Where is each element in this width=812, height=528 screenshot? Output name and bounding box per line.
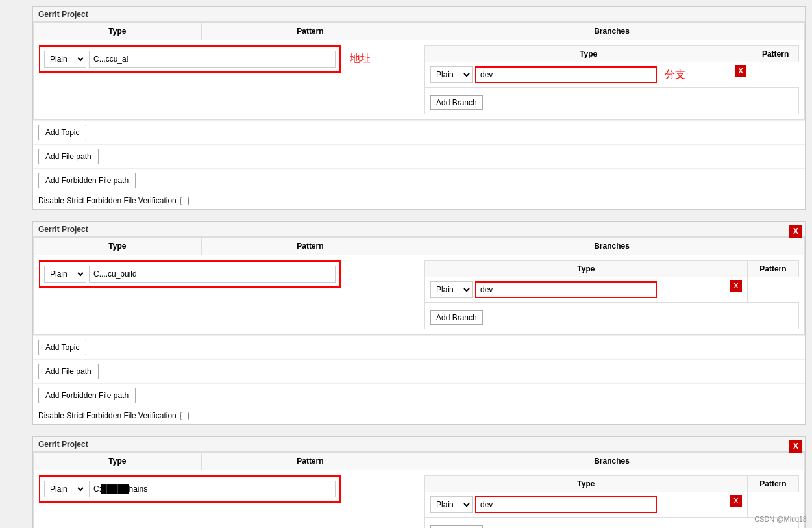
branch-row-3-1: PlainRegexANT X [424,492,798,518]
add-topic-button-2[interactable]: Add Topic [38,340,86,355]
pattern-header-3: Pattern [201,453,419,470]
type-pattern-cell-3: PlainRegexANT [34,470,419,529]
add-filepath-button-1[interactable]: Add File path [38,149,99,164]
branch-row-inner: PlainRegexANT 分支 X [430,66,746,83]
branches-cell-3: Type Pattern PlainRegexANT [419,470,804,529]
project-pattern-input-1[interactable] [89,51,336,68]
branch-inner-table-1: Type Pattern PlainRegexANT [424,45,799,114]
branch-chinese-label: 分支 [665,68,685,82]
remove-branch-button-1-1[interactable]: X [735,65,746,77]
add-filepath-row-1: Add File path [33,144,805,168]
add-branch-button-2[interactable]: Add Branch [430,310,483,325]
branches-cell-2: Type Pattern PlainRegexANT [419,255,804,335]
branch-row-inner: PlainRegexANT X [430,281,742,298]
branch-row-1-1: PlainRegexANT 分支 X [424,62,798,88]
add-branch-button-1[interactable]: Add Branch [430,95,483,110]
branch-type-header-2: Type [424,261,747,277]
type-pattern-cell-1: PlainRegexANT 地址 [34,40,419,120]
gerrit-project-label-3: Gerrit Project [33,437,805,452]
type-pattern-row-2: PlainRegexANT [39,260,341,288]
branches-header-2: Branches [419,238,804,255]
disable-strict-checkbox-2[interactable] [180,412,189,420]
branch-type-header-3: Type [424,476,747,492]
add-branch-row-3: Add Branch [424,518,798,529]
add-forbidden-button-1[interactable]: Add Forbidden File path [38,173,136,188]
add-forbidden-button-2[interactable]: Add Forbidden File path [38,388,136,403]
type-header-3: Type [34,453,202,470]
project-type-select-1[interactable]: PlainRegexANT [44,51,86,68]
branch-pattern-header-1: Pattern [752,46,799,62]
type-header-1: Type [34,23,202,40]
remove-branch-button-3-1[interactable]: X [730,495,742,507]
branch-inner-table-2: Type Pattern PlainRegexANT [424,260,799,329]
disable-strict-row-2: Disable Strict Forbidden File Verificati… [33,407,805,424]
project-type-select-3[interactable]: PlainRegexANT [44,481,86,497]
add-branch-button-3[interactable]: Add Branch [430,525,483,528]
add-branch-cell-1: Add Branch [424,88,798,114]
add-topic-row-2: Add Topic [33,335,805,359]
type-pattern-row-1: PlainRegexANT [39,45,341,73]
branch-pattern-input-2-1[interactable] [475,281,657,298]
remove-branch-button-2-1[interactable]: X [730,280,742,292]
page-wrapper: Gerrit Project Type Pattern Branches Pla… [0,0,812,528]
type-pattern-cell-2: PlainRegexANT [34,255,419,335]
branch-type-header-1: Type [424,46,752,62]
disable-strict-label-2: Disable Strict Forbidden File Verificati… [38,411,177,420]
gerrit-project-block-1: Gerrit Project Type Pattern Branches Pla… [32,6,806,210]
main-table-1: Type Pattern Branches PlainRegexANT 地址 [33,22,805,120]
branch-row-inner: PlainRegexANT X [430,496,742,513]
branch-row-2-1: PlainRegexANT X [424,277,798,303]
add-forbidden-row-2: Add Forbidden File path [33,383,805,407]
branch-type-select-3-1[interactable]: PlainRegexANT [430,496,473,513]
project-pattern-input-3[interactable] [89,481,336,497]
branches-cell-1: Type Pattern PlainRegexANT [419,40,804,120]
disable-strict-row-1: Disable Strict Forbidden File Verificati… [33,192,805,209]
branches-header-3: Branches [419,453,804,470]
branch-inner-table-3: Type Pattern PlainRegexANT [424,475,799,528]
add-branch-row-1: Add Branch [424,88,798,114]
branches-header-1: Branches [419,23,804,40]
pattern-header-2: Pattern [201,238,419,255]
project-type-select-2[interactable]: PlainRegexANT [44,266,86,283]
project-chinese-label: 地址 [350,53,371,64]
branch-type-select-2-1[interactable]: PlainRegexANT [430,281,473,298]
add-forbidden-row-1: Add Forbidden File path [33,168,805,192]
add-branch-cell-2: Add Branch [424,303,798,329]
type-header-2: Type [34,238,202,255]
branch-type-select-1-1[interactable]: PlainRegexANT [430,66,473,83]
add-branch-row-2: Add Branch [424,303,798,329]
main-table-3: Type Pattern Branches PlainRegexANT [33,452,805,528]
disable-strict-label-1: Disable Strict Forbidden File Verificati… [38,196,177,205]
branch-pattern-header-3: Pattern [747,476,798,492]
gerrit-project-block-3: Gerrit Project X Type Pattern Branches P… [32,436,806,528]
main-table-2: Type Pattern Branches PlainRegexANT [33,237,805,335]
branch-pattern-input-1-1[interactable] [475,66,657,83]
add-branch-cell-3: Add Branch [424,518,798,529]
gerrit-project-block-2: Gerrit Project X Type Pattern Branches P… [32,221,806,425]
projects-container: Gerrit Project Type Pattern Branches Pla… [32,6,806,528]
gerrit-project-label-1: Gerrit Project [33,7,805,22]
gerrit-project-label-2: Gerrit Project [33,222,805,237]
project-pattern-input-2[interactable] [89,266,336,283]
branch-pattern-input-3-1[interactable] [475,496,657,513]
type-pattern-row-3: PlainRegexANT [39,475,341,503]
disable-strict-checkbox-1[interactable] [180,197,189,205]
add-topic-row-1: Add Topic [33,120,805,144]
add-topic-button-1[interactable]: Add Topic [38,125,86,140]
add-filepath-button-2[interactable]: Add File path [38,364,99,379]
watermark: CSDN @Mico18 [754,515,807,523]
pattern-header-1: Pattern [201,23,419,40]
remove-project-button-3[interactable]: X [789,440,802,453]
add-filepath-row-2: Add File path [33,359,805,383]
remove-project-button-2[interactable]: X [789,225,802,238]
branch-pattern-header-2: Pattern [747,261,798,277]
